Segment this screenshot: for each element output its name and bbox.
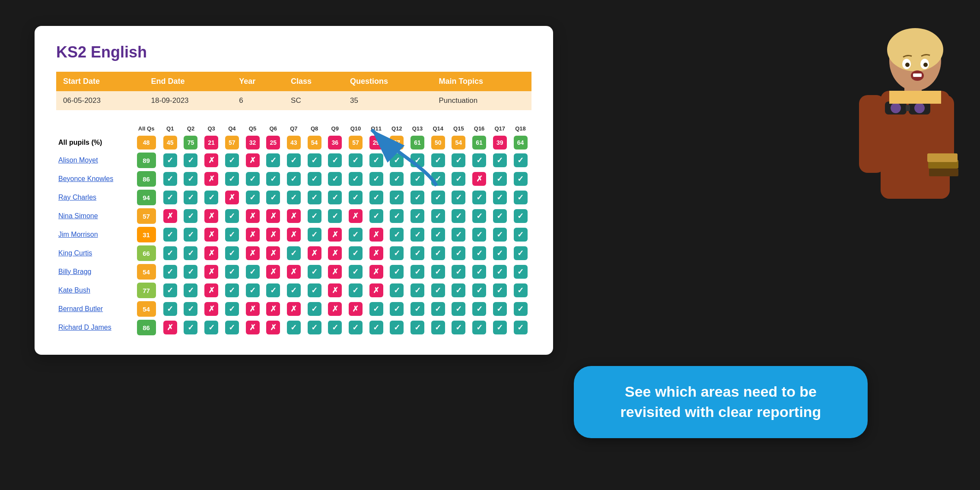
check-1-17: ✓ bbox=[511, 170, 530, 188]
student-score-8: 54 bbox=[134, 300, 159, 318]
check-5-13: ✓ bbox=[428, 245, 448, 262]
check-9-14: ✓ bbox=[449, 319, 468, 336]
check-0-7: ✓ bbox=[305, 152, 324, 169]
person-svg bbox=[842, 26, 971, 285]
check-3-11: ✓ bbox=[387, 207, 407, 225]
check-2-8: ✓ bbox=[325, 189, 345, 206]
cell-class: SC bbox=[284, 91, 343, 110]
check-3-16: ✓ bbox=[490, 207, 509, 225]
student-name-7[interactable]: Kate Bush bbox=[57, 282, 132, 299]
cell-start-date: 06-05-2023 bbox=[56, 91, 144, 110]
check-1-0: ✓ bbox=[160, 170, 180, 188]
check-9-0: ✗ bbox=[160, 319, 180, 336]
check-4-16: ✓ bbox=[490, 226, 509, 243]
check-4-4: ✗ bbox=[243, 226, 262, 243]
check-6-3: ✓ bbox=[222, 263, 242, 280]
student-name-3[interactable]: Nina Simone bbox=[57, 207, 132, 225]
cell-year: 6 bbox=[232, 91, 284, 110]
check-4-11: ✓ bbox=[387, 226, 407, 243]
check-1-15: ✗ bbox=[470, 170, 489, 188]
check-7-5: ✓ bbox=[264, 282, 283, 299]
student-name-4[interactable]: Jim Morrison bbox=[57, 226, 132, 243]
check-3-17: ✓ bbox=[511, 207, 530, 225]
check-5-10: ✗ bbox=[366, 245, 386, 262]
check-8-3: ✓ bbox=[222, 300, 242, 318]
arrow-container bbox=[359, 125, 445, 194]
check-4-1: ✓ bbox=[181, 226, 200, 243]
col-q18: Q18 bbox=[511, 124, 530, 134]
check-2-6: ✓ bbox=[284, 189, 304, 206]
check-7-15: ✓ bbox=[470, 282, 489, 299]
col-questions: Questions bbox=[343, 72, 432, 91]
check-4-17: ✓ bbox=[511, 226, 530, 243]
student-score-1: 86 bbox=[134, 170, 159, 188]
all-pupils-score-5: 32 bbox=[243, 135, 262, 150]
callout-text: See which areas need to be revisited wit… bbox=[620, 383, 821, 420]
all-pupils-score-2: 75 bbox=[181, 135, 200, 150]
check-0-4: ✗ bbox=[243, 152, 262, 169]
svg-point-10 bbox=[914, 103, 925, 113]
check-4-13: ✓ bbox=[428, 226, 448, 243]
check-7-3: ✓ bbox=[222, 282, 242, 299]
check-8-15: ✓ bbox=[470, 300, 489, 318]
col-q1: Q1 bbox=[160, 124, 180, 134]
check-2-7: ✓ bbox=[305, 189, 324, 206]
check-3-6: ✗ bbox=[284, 207, 304, 225]
all-pupils-score-15: 54 bbox=[449, 135, 468, 150]
check-9-7: ✓ bbox=[305, 319, 324, 336]
student-score-7: 77 bbox=[134, 282, 159, 299]
check-5-1: ✓ bbox=[181, 245, 200, 262]
table-row: King Curtis66✓✓✗✓✗✗✓✗✗✓✗✓✓✓✓✓✓✓ bbox=[57, 245, 530, 262]
check-4-14: ✓ bbox=[449, 226, 468, 243]
check-6-14: ✓ bbox=[449, 263, 468, 280]
check-8-6: ✗ bbox=[284, 300, 304, 318]
check-3-8: ✓ bbox=[325, 207, 345, 225]
check-1-5: ✓ bbox=[264, 170, 283, 188]
check-0-14: ✓ bbox=[449, 152, 468, 169]
check-0-15: ✓ bbox=[470, 152, 489, 169]
all-pupils-score-4: 57 bbox=[222, 135, 242, 150]
check-7-8: ✗ bbox=[325, 282, 345, 299]
all-pupils-score-3: 21 bbox=[202, 135, 221, 150]
student-name-1[interactable]: Beyonce Knowles bbox=[57, 170, 132, 188]
col-main-topics: Main Topics bbox=[432, 72, 531, 91]
check-3-2: ✗ bbox=[202, 207, 221, 225]
col-q7: Q7 bbox=[284, 124, 304, 134]
check-8-1: ✓ bbox=[181, 300, 200, 318]
check-6-11: ✓ bbox=[387, 263, 407, 280]
check-9-12: ✓ bbox=[408, 319, 427, 336]
all-pupils-row: All pupils (%)48457521573225435436572957… bbox=[57, 135, 530, 150]
cell-end-date: 18-09-2023 bbox=[144, 91, 232, 110]
table-row: Kate Bush77✓✓✗✓✓✓✓✓✗✓✗✓✓✓✓✓✓✓ bbox=[57, 282, 530, 299]
check-3-9: ✗ bbox=[346, 207, 366, 225]
check-4-15: ✓ bbox=[470, 226, 489, 243]
student-name-2[interactable]: Ray Charles bbox=[57, 189, 132, 206]
col-q9: Q9 bbox=[325, 124, 345, 134]
check-4-0: ✓ bbox=[160, 226, 180, 243]
check-7-11: ✓ bbox=[387, 282, 407, 299]
student-name-8[interactable]: Bernard Butler bbox=[57, 300, 132, 318]
check-1-8: ✓ bbox=[325, 170, 345, 188]
student-name-0[interactable]: Alison Moyet bbox=[57, 152, 132, 169]
student-name-6[interactable]: Billy Bragg bbox=[57, 263, 132, 280]
arrow-svg bbox=[359, 125, 445, 194]
check-8-5: ✗ bbox=[264, 300, 283, 318]
col-year: Year bbox=[232, 72, 284, 91]
check-7-1: ✓ bbox=[181, 282, 200, 299]
person-image bbox=[842, 26, 971, 285]
check-8-4: ✗ bbox=[243, 300, 262, 318]
check-3-10: ✓ bbox=[366, 207, 386, 225]
check-9-15: ✓ bbox=[470, 319, 489, 336]
student-name-5[interactable]: King Curtis bbox=[57, 245, 132, 262]
check-6-15: ✓ bbox=[470, 263, 489, 280]
all-pupils-label: All pupils (%) bbox=[57, 135, 132, 150]
check-6-4: ✓ bbox=[243, 263, 262, 280]
cell-questions: 35 bbox=[343, 91, 432, 110]
student-name-9[interactable]: Richard D James bbox=[57, 319, 132, 336]
check-0-17: ✓ bbox=[511, 152, 530, 169]
check-4-6: ✗ bbox=[284, 226, 304, 243]
check-7-13: ✓ bbox=[428, 282, 448, 299]
col-header-allqs: All Qs bbox=[134, 124, 159, 134]
student-score-9: 86 bbox=[134, 319, 159, 336]
check-8-10: ✓ bbox=[366, 300, 386, 318]
